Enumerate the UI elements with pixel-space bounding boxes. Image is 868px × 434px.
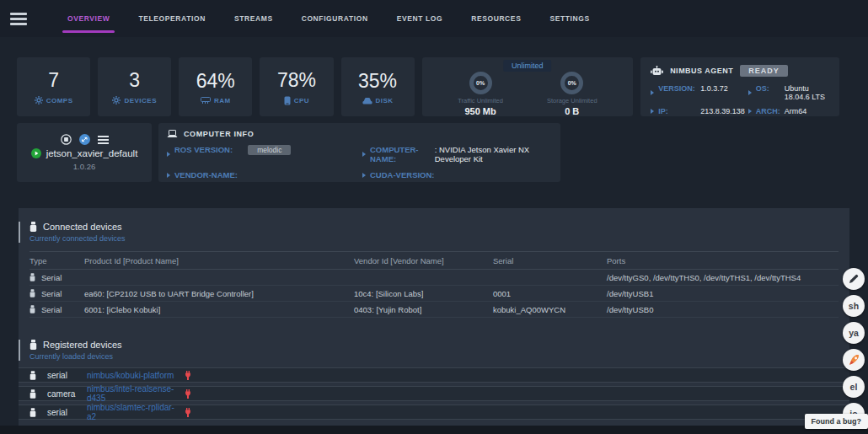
robot-card: jetson_xavier_default 1.0.26 xyxy=(17,123,152,182)
devices-panel: Connected devices Currently connected de… xyxy=(19,208,849,426)
nav-tabs: OVERVIEW TELEOPERATION STREAMS CONFIGURA… xyxy=(62,14,595,23)
registered-devices-subtitle: Currently loaded devices xyxy=(29,352,849,361)
connected-devices-title: Connected devices xyxy=(43,222,122,232)
usb-device-icon xyxy=(29,371,36,380)
tab-resources[interactable]: RESOURCES xyxy=(466,14,526,23)
registered-devices-header: Registered devices Currently loaded devi… xyxy=(19,340,849,361)
caret-icon xyxy=(651,109,654,114)
storage-gauge-label: Storage Unlimited xyxy=(547,97,597,104)
ram-label: RAM xyxy=(214,97,231,104)
connected-devices-subtitle: Currently connected devices xyxy=(29,234,849,243)
plug-icon xyxy=(184,371,192,380)
registered-devices-list: serial nimbus/kobuki-platform camera nim… xyxy=(19,367,849,420)
table-header: Type Product Id [Product Name] Vendor Id… xyxy=(29,251,839,270)
tab-streams[interactable]: STREAMS xyxy=(229,14,278,23)
user-fab-el[interactable]: el xyxy=(843,376,865,398)
play-status-icon xyxy=(31,148,41,158)
hamburger-menu-icon[interactable] xyxy=(10,13,27,25)
ram-value: 64% xyxy=(196,70,235,93)
comps-value: 7 xyxy=(48,69,59,92)
connected-devices-header: Connected devices Currently connected de… xyxy=(19,222,849,243)
device-link[interactable]: nimbus/slamtec-rplidar-a2 xyxy=(87,403,184,421)
usb-device-icon xyxy=(29,389,36,399)
gear-icon xyxy=(112,96,121,104)
rocket-fab[interactable] xyxy=(843,349,865,371)
stop-circle-icon xyxy=(61,134,72,145)
floating-actions: sh ya el jo xyxy=(843,268,865,425)
cpu-label: CPU xyxy=(294,97,309,104)
robot-name: jetson_xavier_default xyxy=(46,148,138,158)
table-row: Serial 6001: [iClebo Kobuki] 0403: [Yuji… xyxy=(29,302,839,318)
usb-device-icon xyxy=(29,408,36,417)
info-row: jetson_xavier_default 1.0.26 COMPUTER IN… xyxy=(17,123,560,182)
computer-name-field: COMPUTER-NAME: : NVIDIA Jetson Xavier NX… xyxy=(362,145,552,163)
stats-row: 7 COMPS 3 DEVICES 64% RAM 78% CPU xyxy=(17,57,839,116)
table-row: Serial /dev/ttyGS0, /dev/ttyTHS0, /dev/t… xyxy=(29,270,839,286)
cpu-icon xyxy=(284,96,291,105)
usb-device-icon xyxy=(29,222,37,232)
stat-card-devices: 3 DEVICES xyxy=(98,57,171,116)
comps-label: COMPS xyxy=(46,97,73,104)
cpu-value: 78% xyxy=(277,69,316,92)
disk-value: 35% xyxy=(358,70,397,93)
storage-gauge: 0% Storage Unlimited 0 B xyxy=(547,72,597,116)
rocket-icon xyxy=(848,354,860,367)
stat-card-cpu: 78% CPU xyxy=(260,57,333,116)
ram-icon xyxy=(201,97,211,104)
device-link[interactable]: nimbus/kobuki-platform xyxy=(87,371,184,380)
pencil-icon xyxy=(849,274,859,284)
caret-icon xyxy=(167,152,170,157)
plug-icon xyxy=(184,408,192,417)
tab-overview[interactable]: OVERVIEW xyxy=(62,14,115,23)
top-nav: OVERVIEW TELEOPERATION STREAMS CONFIGURA… xyxy=(0,0,868,37)
cuda-version-field: CUDA-VERSION: xyxy=(362,170,552,179)
caret-icon xyxy=(748,109,752,114)
stat-card-disk: 35% DISK xyxy=(341,57,415,116)
connected-devices-table: Type Product Id [Product Name] Vendor Id… xyxy=(29,251,839,318)
traffic-gauge-value: 950 Mb xyxy=(464,106,496,116)
tab-teleoperation[interactable]: TELEOPERATION xyxy=(133,14,210,23)
vendor-name-field: VENDOR-NAME: xyxy=(167,170,362,179)
usage-card: Unlimited 0% Traffic Unlimited 950 Mb 0%… xyxy=(422,57,633,116)
gear-icon xyxy=(35,96,43,104)
table-row: Serial ea60: [CP2102 USB to UART Bridge … xyxy=(29,286,839,302)
stat-card-ram: 64% RAM xyxy=(179,57,252,116)
robot-version: 1.0.26 xyxy=(73,162,95,171)
edit-fab[interactable] xyxy=(843,268,865,290)
stop-button[interactable] xyxy=(61,134,72,145)
usb-device-icon xyxy=(29,273,35,281)
ros-version-field: ROS VERSION: melodic xyxy=(167,145,362,163)
registered-device-row: camera nimbus/intel-realsense-d435 xyxy=(19,386,849,401)
dashboard-page: OVERVIEW TELEOPERATION STREAMS CONFIGURA… xyxy=(0,0,868,434)
agent-title: NIMBUS AGENT xyxy=(670,67,733,75)
device-link[interactable]: nimbus/intel-realsense-d435 xyxy=(87,384,184,403)
traffic-gauge-label: Traffic Unlimited xyxy=(458,97,503,104)
tab-settings[interactable]: SETTINGS xyxy=(544,14,594,23)
agent-arch-field: ARCH: Arm64 xyxy=(748,107,829,115)
usb-device-icon xyxy=(29,305,35,313)
user-fab-ya[interactable]: ya xyxy=(843,322,865,344)
bottom-strip xyxy=(0,426,868,434)
disk-icon xyxy=(362,97,372,104)
storage-gauge-ring: 0% xyxy=(560,72,583,94)
computer-info-title: COMPUTER INFO xyxy=(184,130,254,138)
tab-event-log[interactable]: EVENT LOG xyxy=(392,14,448,23)
found-a-bug-button[interactable]: Found a bug? xyxy=(805,414,868,429)
usb-device-icon xyxy=(29,340,37,350)
ros-version-badge: melodic xyxy=(248,145,291,155)
traffic-gauge-ring: 0% xyxy=(469,72,492,94)
list-button[interactable] xyxy=(98,136,109,144)
user-fab-sh[interactable]: sh xyxy=(843,295,865,317)
robot-icon xyxy=(651,66,663,76)
caret-icon xyxy=(362,173,366,178)
disk-label: DISK xyxy=(376,97,394,104)
tab-configuration[interactable]: CONFIGURATION xyxy=(297,14,373,23)
registered-device-row: serial nimbus/slamtec-rplidar-a2 xyxy=(19,405,849,420)
agent-status-badge: READY xyxy=(740,65,788,77)
caret-icon xyxy=(362,152,366,157)
plug-icon xyxy=(184,389,192,399)
list-icon xyxy=(98,136,109,144)
registered-device-row: serial nimbus/kobuki-platform xyxy=(19,367,849,383)
usb-device-icon xyxy=(29,289,35,297)
connect-button[interactable] xyxy=(79,134,90,145)
